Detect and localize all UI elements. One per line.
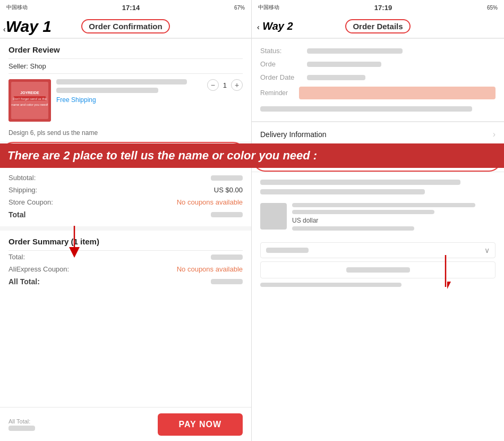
order-date-row: Order Date <box>260 71 496 84</box>
total-row: Total <box>8 208 243 221</box>
summary-total-row: Total: <box>8 251 243 263</box>
arrow-svg-right <box>430 250 462 292</box>
reminder-row: Reminder <box>260 84 496 102</box>
thumb-product-info: US dollar <box>292 203 496 235</box>
order-summary-section: Order Summary (1 item) Total: AliExpress… <box>0 231 251 288</box>
main-panels: 中国移动 17:14 67% ‹Way 1 Order Confirmation… <box>0 0 504 441</box>
seller-line: Seller: Shop <box>8 59 243 73</box>
order-summary-title: Order Summary (1 item) <box>8 231 243 250</box>
order-date-label: Order Date <box>260 73 303 81</box>
status-bar-left: 中国移动 17:14 67% <box>0 0 251 15</box>
qty-value: 1 <box>223 81 227 89</box>
footer-blurred-val <box>260 283 402 287</box>
blurred-row-1 <box>260 180 496 185</box>
nav-title-left: Order Confirmation <box>81 19 169 33</box>
nav-bar-left: ‹Way 1 Order Confirmation <box>0 15 251 38</box>
thumb-price <box>292 226 414 231</box>
summary-total-val <box>211 255 243 260</box>
svg-text:name and color you need!: name and color you need! <box>11 103 48 106</box>
product-desc-2 <box>56 88 158 93</box>
summary-costs: Total: AliExpress Coupon: No coupons ava… <box>8 251 243 288</box>
battery-left: 67% <box>234 5 245 11</box>
subtotal-label: Subtotal: <box>8 174 36 182</box>
order-date-value-blurred <box>307 75 365 80</box>
order-review-title: Order Review <box>8 39 243 58</box>
status-value-blurred <box>307 48 403 54</box>
right-bottom-content: US dollar ∨ <box>252 172 504 295</box>
thumb-product-image <box>260 203 287 230</box>
pay-now-button[interactable]: PAY NOW <box>158 413 243 436</box>
blurred-2 <box>260 189 425 194</box>
aliexpress-coupon-row: AliExpress Coupon: No coupons available <box>8 263 243 275</box>
order-review-section: Order Review Seller: Shop JOYREIDE Don't… <box>0 39 251 142</box>
nav-title-right: Order Details <box>345 19 410 33</box>
panel-way1: 中国移动 17:14 67% ‹Way 1 Order Confirmation… <box>0 0 252 441</box>
store-coupon-value: No coupons available <box>177 198 243 206</box>
aliexpress-coupon-value: No coupons available <box>177 265 243 273</box>
product-row: JOYREIDE Don't forget send us the name a… <box>8 74 243 127</box>
pay-total-blurred <box>8 426 35 431</box>
store-coupon-row: Store Coupon: No coupons available <box>8 196 243 208</box>
shipping-label: Shipping: <box>8 186 37 194</box>
svg-text:JOYREIDE: JOYREIDE <box>20 91 39 95</box>
all-total-label: All Total: <box>8 277 40 286</box>
status-bar-right: 中国移动 17:19 65% <box>252 0 504 15</box>
thick-divider <box>0 226 251 231</box>
carrier-left: 中国移动 <box>6 4 28 11</box>
total-value <box>211 212 243 217</box>
subtotal-value <box>211 175 243 181</box>
red-banner-overlay: There are 2 place to tell us the name or… <box>0 143 504 168</box>
summary-total-label: Total: <box>8 253 25 261</box>
right-status-section: Status: Orde Order Date Reminder <box>252 39 504 121</box>
product-thumb-row: US dollar <box>260 199 496 239</box>
subtotal-row: Subtotal: <box>8 172 243 184</box>
qty-minus-btn[interactable]: − <box>207 79 219 91</box>
aliexpress-coupon-label: AliExpress Coupon: <box>8 265 69 273</box>
delivery-label: Delivery Information <box>260 130 327 139</box>
blurred-row-2 <box>260 189 496 194</box>
pay-btn-area: All Total: PAY NOW <box>0 407 251 441</box>
status-label: Status: <box>260 47 303 55</box>
way1-label: ‹Way 1 <box>3 18 52 36</box>
us-dollar-label: US dollar <box>292 217 496 224</box>
order-value-blurred <box>307 62 381 67</box>
product-info: Free Shipping <box>56 79 202 104</box>
reminder-value-blurred <box>299 87 496 99</box>
status-row: Status: <box>260 44 496 57</box>
time-right: 17:19 <box>374 4 392 12</box>
thumb-desc-1 <box>292 203 475 207</box>
nav-bar-right: ‹ Way 2 Order Details <box>252 15 504 38</box>
blurred-1 <box>260 180 460 185</box>
product-thumbnail-svg: JOYREIDE Don't forget send us the name a… <box>8 79 51 122</box>
extra-blurred <box>260 106 472 112</box>
order-row: Orde <box>260 57 496 71</box>
store-coupon-label: Store Coupon: <box>8 198 53 206</box>
all-total-val <box>211 279 243 284</box>
order-label: Orde <box>260 60 303 68</box>
arrow-annotation-left <box>58 226 90 260</box>
input-blurred-val <box>346 267 410 273</box>
pay-total-area: All Total: <box>8 418 35 431</box>
design-note: Design 6, pls send us the name <box>8 127 243 142</box>
all-total-label-2: All Total: <box>8 418 35 425</box>
product-desc-1 <box>56 79 187 84</box>
product-img-inner: JOYREIDE Don't forget send us the name a… <box>8 79 51 122</box>
battery-right: 65% <box>487 5 498 11</box>
way2-label: ‹ Way 2 <box>257 20 293 32</box>
select-blurred-val <box>266 248 309 253</box>
shipping-row: Shipping: US $0.00 <box>8 184 243 196</box>
panel-way2: 中国移动 17:19 65% ‹ Way 2 Order Details Sta… <box>252 0 504 441</box>
cost-section: Subtotal: Shipping: US $0.00 Store Coupo… <box>0 166 251 226</box>
time-left: 17:14 <box>122 4 140 12</box>
select-chevron-icon: ∨ <box>484 246 490 255</box>
qty-plus-btn[interactable]: + <box>231 79 243 91</box>
arrow-annotation-right <box>430 250 462 294</box>
shipping-value: US $0.00 <box>214 186 243 194</box>
free-shipping-label: Free Shipping <box>56 96 202 104</box>
product-image: JOYREIDE Don't forget send us the name a… <box>8 79 51 122</box>
arrow-svg-left <box>58 226 90 258</box>
thumb-desc-2 <box>292 210 434 214</box>
all-total-row: All Total: <box>8 275 243 288</box>
carrier-right: 中国移动 <box>258 4 279 11</box>
svg-text:Don't forget send us the: Don't forget send us the <box>13 97 47 100</box>
